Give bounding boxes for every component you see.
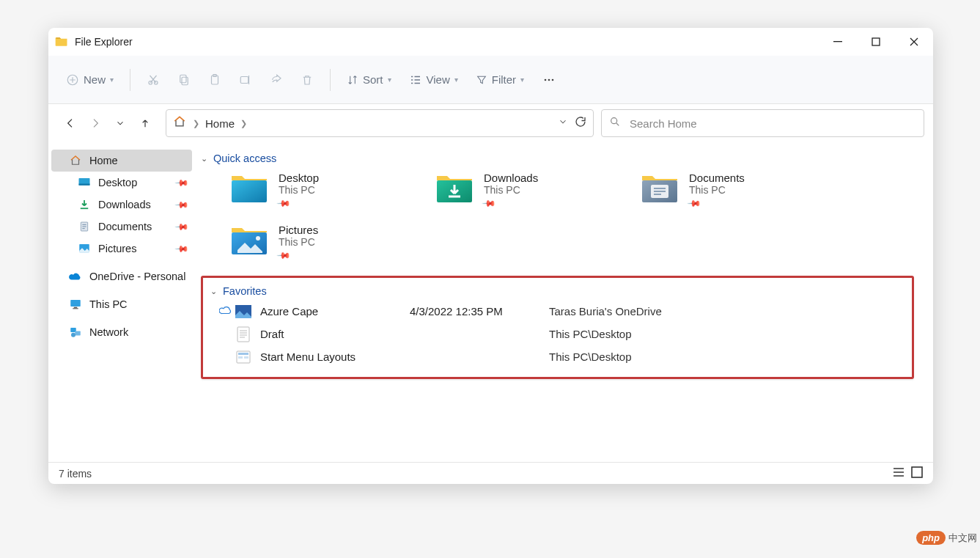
new-button[interactable]: New ▾ xyxy=(59,65,121,95)
sidebar-item-network[interactable]: Network xyxy=(48,321,195,343)
favorite-item[interactable]: Azure Cape 4/3/2022 12:35 PM Taras Buria… xyxy=(207,300,905,323)
file-explorer-window: File Explorer New ▾ Sort ▾ View ▾ xyxy=(48,28,933,484)
qa-name: Pictures xyxy=(279,224,318,236)
more-button[interactable] xyxy=(534,65,564,95)
favorite-name: Draft xyxy=(260,328,284,340)
address-bar[interactable]: ❯ Home ❯ xyxy=(166,109,594,137)
quick-access-grid: Desktop This PC 📌 Downloads This PC 📌 xyxy=(201,172,933,273)
sort-button[interactable]: Sort ▾ xyxy=(339,65,399,95)
view-label: View xyxy=(427,73,450,86)
thumbnails-view-button[interactable] xyxy=(911,466,923,480)
sidebar-item-documents[interactable]: Documents 📌 xyxy=(48,216,195,238)
svg-rect-24 xyxy=(232,180,267,202)
qa-sub: This PC xyxy=(689,184,745,196)
qa-sub: This PC xyxy=(279,184,319,196)
home-icon xyxy=(69,154,82,167)
body: Home Desktop 📌 Downloads 📌 Documents 📌 P… xyxy=(48,142,933,462)
favorite-name: Start Menu Layouts xyxy=(260,350,355,363)
qa-sub: This PC xyxy=(484,184,538,196)
svg-rect-19 xyxy=(74,307,78,309)
share-button[interactable] xyxy=(262,65,290,95)
sidebar: Home Desktop 📌 Downloads 📌 Documents 📌 P… xyxy=(48,142,195,462)
quick-access-item-documents[interactable]: Documents This PC 📌 xyxy=(641,172,817,209)
new-label: New xyxy=(84,73,106,86)
sort-icon xyxy=(347,74,358,86)
cut-button[interactable] xyxy=(139,65,167,95)
window-title: File Explorer xyxy=(75,36,133,48)
sidebar-item-desktop[interactable]: Desktop 📌 xyxy=(48,172,195,194)
svg-rect-22 xyxy=(75,331,81,336)
sidebar-item-home[interactable]: Home xyxy=(51,150,192,172)
sidebar-label: Downloads xyxy=(98,199,151,210)
search-icon xyxy=(609,116,621,131)
qa-name: Desktop xyxy=(279,172,319,184)
more-icon xyxy=(542,73,556,87)
search-box[interactable] xyxy=(601,109,924,137)
view-button[interactable]: View ▾ xyxy=(402,65,465,95)
svg-rect-0 xyxy=(833,41,842,42)
forward-button[interactable] xyxy=(88,116,103,131)
copy-icon xyxy=(177,73,191,87)
status-bar: 7 items xyxy=(48,462,933,484)
search-input[interactable] xyxy=(628,117,916,131)
filter-label: Filter xyxy=(492,73,516,86)
quick-access-header[interactable]: ⌄ Quick access xyxy=(201,150,933,172)
pin-icon: 📌 xyxy=(174,241,190,257)
quick-access-item-downloads[interactable]: Downloads This PC 📌 xyxy=(435,172,611,209)
pictures-icon xyxy=(78,242,91,255)
details-view-button[interactable] xyxy=(892,466,905,480)
svg-point-23 xyxy=(71,333,75,337)
favorite-item[interactable]: . Draft This PC\Desktop xyxy=(207,323,905,345)
delete-button[interactable] xyxy=(293,65,321,95)
cloud-icon xyxy=(69,270,82,283)
pin-icon: 📌 xyxy=(687,196,702,211)
cut-icon xyxy=(147,73,160,87)
svg-point-13 xyxy=(611,118,617,124)
back-button[interactable] xyxy=(63,116,78,131)
svg-rect-31 xyxy=(237,327,249,342)
separator xyxy=(130,69,130,91)
breadcrumb-home[interactable]: Home xyxy=(205,117,235,130)
sidebar-item-pictures[interactable]: Pictures 📌 xyxy=(48,238,195,260)
close-button[interactable] xyxy=(895,28,933,56)
folder-pictures-icon xyxy=(230,224,268,256)
copy-button[interactable] xyxy=(170,65,198,95)
address-dropdown-button[interactable] xyxy=(558,117,568,130)
sidebar-label: Home xyxy=(89,155,118,166)
favorite-item[interactable]: . Start Menu Layouts This PC\Desktop xyxy=(207,345,905,368)
favorites-header[interactable]: ⌄ Favorites xyxy=(207,282,905,300)
sidebar-label: OneDrive - Personal xyxy=(89,271,185,282)
quick-access-item-desktop[interactable]: Desktop This PC 📌 xyxy=(230,172,406,209)
rename-button[interactable] xyxy=(232,65,259,95)
documents-icon xyxy=(78,220,91,233)
up-button[interactable] xyxy=(138,116,152,131)
chevron-right-icon: ❯ xyxy=(240,119,247,128)
view-mode-toggle xyxy=(892,466,923,480)
svg-point-11 xyxy=(548,78,550,81)
chevron-down-icon: ▾ xyxy=(110,76,114,84)
chevron-down-icon: ▾ xyxy=(388,76,391,84)
nav-arrows xyxy=(57,116,158,131)
svg-rect-5 xyxy=(180,75,186,83)
quick-access-item-pictures[interactable]: Pictures This PC 📌 xyxy=(230,224,406,261)
sidebar-item-downloads[interactable]: Downloads 📌 xyxy=(48,194,195,216)
pin-icon: 📌 xyxy=(276,196,292,211)
maximize-button[interactable] xyxy=(857,28,895,56)
pin-icon: 📌 xyxy=(174,197,190,213)
sidebar-item-onedrive[interactable]: OneDrive - Personal xyxy=(48,265,195,287)
recent-button[interactable] xyxy=(113,116,128,131)
chevron-down-icon: ⌄ xyxy=(210,287,217,296)
sidebar-label: Pictures xyxy=(98,243,136,254)
desktop-icon xyxy=(78,176,91,189)
paste-button[interactable] xyxy=(201,65,229,95)
minimize-button[interactable] xyxy=(819,28,857,56)
svg-point-10 xyxy=(545,78,547,81)
downloads-icon xyxy=(78,198,91,211)
plus-circle-icon xyxy=(66,73,79,87)
folder-documents-icon xyxy=(641,172,679,204)
watermark: php 中文网 xyxy=(916,531,977,545)
refresh-button[interactable] xyxy=(574,115,587,131)
filter-button[interactable]: Filter ▾ xyxy=(468,65,531,95)
sidebar-item-thispc[interactable]: This PC xyxy=(48,293,195,315)
svg-rect-35 xyxy=(244,356,248,359)
